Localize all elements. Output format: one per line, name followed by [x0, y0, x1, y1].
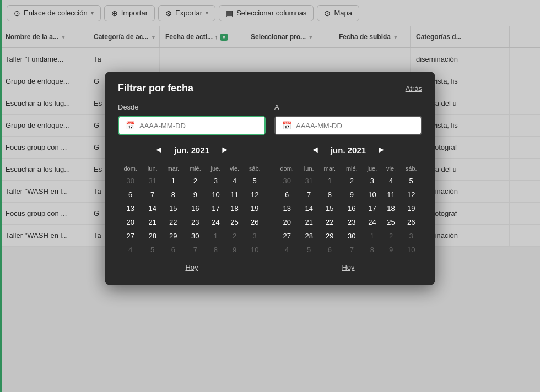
modal-header: Filtrar por fecha Atrás: [118, 83, 422, 94]
cal-day[interactable]: 9: [382, 243, 401, 257]
cal-day[interactable]: 31: [143, 174, 162, 188]
cal-day[interactable]: 24: [206, 215, 225, 229]
from-calendar-widget: ◄ jun. 2021 ► dom.lun.mar.mié.jue.vie.sá…: [118, 143, 266, 272]
cal-day[interactable]: 3: [244, 229, 266, 243]
cal-day[interactable]: 10: [363, 188, 382, 202]
from-date-input[interactable]: [139, 122, 258, 130]
cal-day[interactable]: 30: [341, 229, 363, 243]
cal-day[interactable]: 2: [382, 229, 401, 243]
cal-day[interactable]: 1: [363, 229, 382, 243]
cal-day[interactable]: 1: [162, 174, 185, 188]
cal-day[interactable]: 25: [382, 215, 401, 229]
cal-day[interactable]: 26: [244, 215, 266, 229]
cal-day-header: vie.: [382, 163, 401, 174]
cal-day[interactable]: 20: [118, 215, 143, 229]
cal-day[interactable]: 14: [143, 202, 162, 215]
cal-day[interactable]: 1: [318, 174, 341, 188]
from-next-month-button[interactable]: ►: [218, 143, 231, 156]
cal-day[interactable]: 17: [363, 202, 382, 215]
cal-day[interactable]: 5: [244, 174, 266, 188]
cal-day[interactable]: 28: [143, 229, 162, 243]
cal-day[interactable]: 25: [225, 215, 244, 229]
cal-day[interactable]: 10: [400, 243, 422, 257]
cal-day[interactable]: 22: [318, 215, 341, 229]
date-filter-modal: Filtrar por fecha Atrás Desde 📅 ◄ jun. 2…: [105, 72, 435, 285]
cal-day[interactable]: 7: [185, 243, 207, 257]
cal-day[interactable]: 9: [341, 188, 363, 202]
cal-day[interactable]: 10: [206, 188, 225, 202]
cal-day[interactable]: 8: [363, 243, 382, 257]
cal-day[interactable]: 14: [299, 202, 318, 215]
cal-day[interactable]: 7: [341, 243, 363, 257]
cal-day[interactable]: 4: [225, 174, 244, 188]
cal-day[interactable]: 4: [274, 243, 299, 257]
cal-day[interactable]: 11: [225, 188, 244, 202]
cal-day[interactable]: 22: [162, 215, 185, 229]
from-label: Desde: [118, 103, 266, 111]
cal-day[interactable]: 15: [162, 202, 185, 215]
cal-day[interactable]: 5: [143, 243, 162, 257]
cal-day[interactable]: 16: [341, 202, 363, 215]
to-next-month-button[interactable]: ►: [375, 143, 388, 156]
to-prev-month-button[interactable]: ◄: [309, 143, 322, 156]
cal-day[interactable]: 9: [225, 243, 244, 257]
cal-day[interactable]: 19: [244, 202, 266, 215]
cal-day[interactable]: 12: [244, 188, 266, 202]
cal-day[interactable]: 24: [363, 215, 382, 229]
cal-day[interactable]: 13: [274, 202, 299, 215]
cal-day[interactable]: 8: [206, 243, 225, 257]
to-today-button[interactable]: Hoy: [342, 263, 354, 271]
cal-day[interactable]: 6: [162, 243, 185, 257]
cal-day[interactable]: 21: [143, 215, 162, 229]
cal-day[interactable]: 6: [318, 243, 341, 257]
cal-day[interactable]: 30: [185, 229, 207, 243]
cal-day[interactable]: 3: [400, 229, 422, 243]
cal-day[interactable]: 10: [244, 243, 266, 257]
cal-day[interactable]: 5: [400, 174, 422, 188]
cal-day[interactable]: 2: [225, 229, 244, 243]
cal-day[interactable]: 8: [318, 188, 341, 202]
cal-day[interactable]: 30: [274, 174, 299, 188]
cal-day[interactable]: 7: [143, 188, 162, 202]
cal-day[interactable]: 18: [382, 202, 401, 215]
cal-day[interactable]: 29: [162, 229, 185, 243]
cal-day[interactable]: 18: [225, 202, 244, 215]
cal-day[interactable]: 31: [299, 174, 318, 188]
cal-day[interactable]: 3: [206, 174, 225, 188]
cal-day[interactable]: 23: [185, 215, 207, 229]
to-date-input-box[interactable]: 📅: [274, 116, 422, 135]
cal-day[interactable]: 28: [299, 229, 318, 243]
cal-day[interactable]: 13: [118, 202, 143, 215]
cal-day[interactable]: 1: [206, 229, 225, 243]
cal-day[interactable]: 29: [318, 229, 341, 243]
cal-day[interactable]: 26: [400, 215, 422, 229]
cal-day[interactable]: 6: [274, 188, 299, 202]
cal-day[interactable]: 6: [118, 188, 143, 202]
cal-day[interactable]: 2: [185, 174, 207, 188]
cal-day[interactable]: 4: [118, 243, 143, 257]
cal-day[interactable]: 19: [400, 202, 422, 215]
cal-day[interactable]: 3: [363, 174, 382, 188]
cal-day[interactable]: 17: [206, 202, 225, 215]
from-date-input-box[interactable]: 📅: [118, 116, 266, 135]
back-button[interactable]: Atrás: [406, 84, 422, 92]
cal-day[interactable]: 7: [299, 188, 318, 202]
cal-day[interactable]: 27: [118, 229, 143, 243]
cal-day[interactable]: 9: [185, 188, 207, 202]
cal-day[interactable]: 15: [318, 202, 341, 215]
cal-day[interactable]: 2: [341, 174, 363, 188]
cal-day[interactable]: 4: [382, 174, 401, 188]
cal-day[interactable]: 8: [162, 188, 185, 202]
cal-day[interactable]: 23: [341, 215, 363, 229]
from-today-button[interactable]: Hoy: [185, 263, 198, 271]
cal-day[interactable]: 30: [118, 174, 143, 188]
cal-day[interactable]: 12: [400, 188, 422, 202]
cal-day[interactable]: 21: [299, 215, 318, 229]
cal-day[interactable]: 16: [185, 202, 207, 215]
cal-day[interactable]: 5: [299, 243, 318, 257]
cal-day[interactable]: 20: [274, 215, 299, 229]
cal-day[interactable]: 11: [382, 188, 401, 202]
cal-day[interactable]: 27: [274, 229, 299, 243]
to-date-input[interactable]: [296, 122, 414, 130]
from-prev-month-button[interactable]: ◄: [152, 143, 165, 156]
